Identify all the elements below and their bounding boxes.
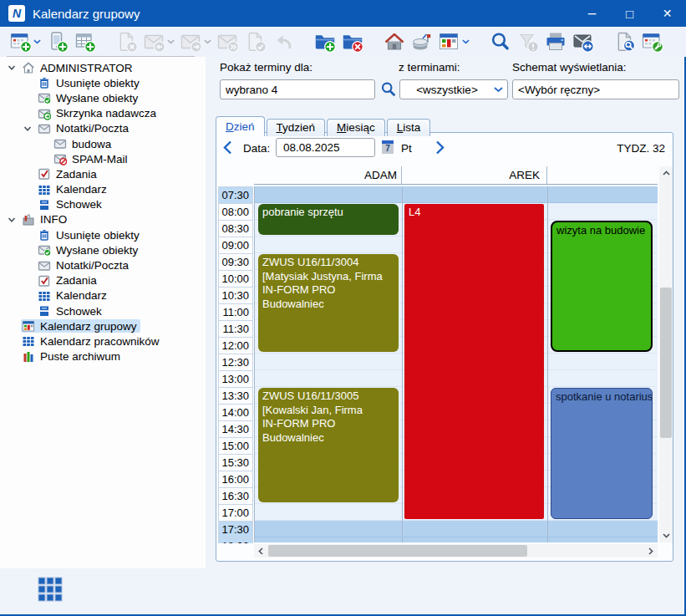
vertical-scroll-thumb[interactable] [660, 288, 672, 438]
date-input[interactable] [276, 138, 375, 157]
scroll-left-icon[interactable] [254, 544, 267, 557]
appointment-zwus-u16-11-3004[interactable]: ZWUS U16/11/3004 [Matysiak Justyna, Firm… [258, 254, 399, 352]
next-day-button[interactable] [435, 140, 447, 155]
previous-day-button[interactable] [222, 140, 234, 155]
calendar-grid[interactable]: pobranie sprzętuZWUS U16/11/3004 [Matysi… [254, 186, 658, 542]
appointment-spotkanie-u-notariusza[interactable]: spotkanie u notariusza [551, 388, 653, 519]
time-label: 10:00 [218, 271, 253, 288]
mail-sync-button[interactable] [572, 31, 594, 53]
show-for-label: Pokaż terminy dla: [220, 61, 313, 74]
tab-lista[interactable]: Lista [387, 119, 431, 136]
undo-button [272, 31, 294, 53]
calendar-settings-button[interactable] [642, 31, 663, 53]
vertical-scrollbar[interactable] [659, 166, 673, 542]
sidebar-item-notatki-poczta[interactable]: Notatki/Poczta [0, 121, 206, 136]
time-label: 09:30 [218, 254, 253, 271]
sidebar-item-spam-mail[interactable]: SPAM-Mail [0, 151, 206, 166]
sidebar-item-wys-ane-obiekty[interactable]: Wysłane obiekty [0, 90, 206, 105]
with-terms-select[interactable]: <wszystkie> [399, 79, 508, 99]
sidebar-item-skrzynka-nadawcza[interactable]: Skrzynka nadawcza [0, 106, 206, 121]
sidebar-item-usuni-te-obiekty[interactable]: Usunięte obiekty [0, 75, 206, 90]
sidebar-item-label: Zadania [56, 168, 97, 181]
close-button[interactable]: ✕ [648, 0, 686, 27]
maximize-button[interactable]: □ [611, 0, 648, 27]
tab-miesi-c[interactable]: Miesiąc [327, 119, 385, 136]
sidebar-item-puste-archiwum[interactable]: Puste archiwum [0, 349, 206, 364]
folder-delete-button[interactable] [342, 31, 363, 53]
time-label: 15:00 [218, 438, 253, 455]
mailbox-report-button[interactable] [411, 31, 433, 53]
sidebar-item-kalendarz-pracownik-w[interactable]: Kalendarz pracowników [0, 333, 206, 349]
scheme-select[interactable]: <Wybór ręczny> [512, 79, 679, 99]
appointment-zwus-u16-11-3005[interactable]: ZWUS U16/11/3005 [Kowalski Jan, Firma IN… [258, 388, 399, 502]
new-contact-button[interactable] [47, 31, 69, 53]
horizontal-scroll-thumb[interactable] [268, 545, 527, 557]
search-contacts-icon[interactable] [380, 81, 397, 98]
calendar-row[interactable] [255, 186, 658, 203]
new-table-entry-button[interactable] [74, 31, 96, 53]
document-preview-button[interactable] [614, 31, 636, 53]
appointment-pobranie-sprz-tu[interactable]: pobranie sprzętu [258, 204, 399, 235]
chevron-down-icon [494, 87, 503, 93]
sidebar-item-label: INFO [40, 213, 67, 226]
scroll-right-icon[interactable] [644, 544, 658, 557]
appointment-l4[interactable]: L4 [404, 204, 544, 519]
show-for-input[interactable] [220, 79, 375, 99]
appointment-wizyta-na-budowie[interactable]: wizyta na budowie [551, 221, 653, 352]
sidebar-item-zadania[interactable]: Zadania [0, 166, 206, 181]
sidebar-item-kalendarz[interactable]: Kalendarz [0, 288, 206, 303]
toolbar [0, 27, 686, 57]
sidebar-item-notatki-poczta[interactable]: Notatki/Poczta [0, 257, 206, 272]
group-view-button[interactable] [439, 31, 470, 53]
sidebar-item-budowa[interactable]: budowa [0, 136, 206, 151]
mail-forward-button [180, 31, 211, 53]
weekday-label: Pt [401, 142, 412, 155]
sidebar-item-info[interactable]: INFO [0, 212, 206, 227]
calendar-row[interactable] [255, 537, 658, 542]
day-view-panel: Data: 7 Pt TYDZ. 32 ADAMAREK 07:3008:000… [216, 132, 673, 562]
sidebar-item-zadania[interactable]: Zadania [0, 273, 206, 288]
sidebar-item-label: Kalendarz [56, 289, 107, 302]
horizontal-scrollbar[interactable] [254, 544, 658, 557]
sidebar-item-schowek[interactable]: Schowek [0, 197, 206, 212]
time-label: 18:00 [218, 538, 253, 543]
sidebar-item-schowek[interactable]: Schowek [0, 303, 206, 318]
sidebar-item-administrator[interactable]: ADMINISTRATOR [0, 60, 206, 75]
column-header-arek[interactable]: AREK [404, 166, 543, 184]
with-terms-label: z terminami: [399, 61, 460, 74]
scroll-down-icon[interactable] [659, 529, 673, 542]
folder-add-button[interactable] [314, 31, 336, 53]
minimize-button[interactable]: – [573, 0, 611, 27]
sidebar-item-label: Kalendarz grupowy [40, 320, 137, 333]
tab-dzie[interactable]: Dzień [216, 116, 265, 136]
sidebar-item-usuni-te-obiekty[interactable]: Usunięte obiekty [0, 227, 206, 242]
mail-icon [53, 137, 67, 150]
apps-grid-icon[interactable] [38, 577, 63, 605]
new-appointment-button[interactable] [10, 31, 41, 53]
column-header-empty[interactable] [549, 166, 654, 184]
mail-check-icon [38, 243, 51, 257]
sidebar-item-wys-ane-obiekty[interactable]: Wysłane obiekty [0, 242, 206, 257]
footer-area [0, 568, 206, 614]
search-button[interactable] [490, 31, 511, 53]
clipboard-icon [38, 198, 51, 211]
calendar-row[interactable] [255, 521, 658, 537]
column-header-adam[interactable]: ADAM [257, 166, 400, 184]
time-label: 09:00 [218, 237, 253, 254]
home-button[interactable] [384, 31, 405, 53]
week-number-label: TYDZ. 32 [617, 142, 665, 155]
time-label: 14:00 [218, 405, 253, 421]
print-button[interactable] [545, 31, 567, 53]
chevron-expanded-icon[interactable] [8, 216, 21, 224]
chevron-expanded-icon[interactable] [8, 64, 21, 72]
sidebar-item-kalendarz-grupowy[interactable]: Kalendarz grupowy [0, 318, 206, 333]
time-label: 14:30 [218, 421, 253, 438]
clipboard-icon [38, 304, 51, 318]
sidebar-item-kalendarz[interactable]: Kalendarz [0, 182, 206, 197]
date-picker-icon[interactable]: 7 [382, 140, 394, 154]
chevron-expanded-icon[interactable] [23, 125, 37, 133]
scroll-up-icon[interactable] [659, 166, 673, 180]
tab-tydzie[interactable]: Tydzień [267, 119, 326, 136]
sidebar-item-label: Notatki/Poczta [56, 259, 129, 272]
with-terms-value: <wszystkie> [400, 84, 494, 96]
